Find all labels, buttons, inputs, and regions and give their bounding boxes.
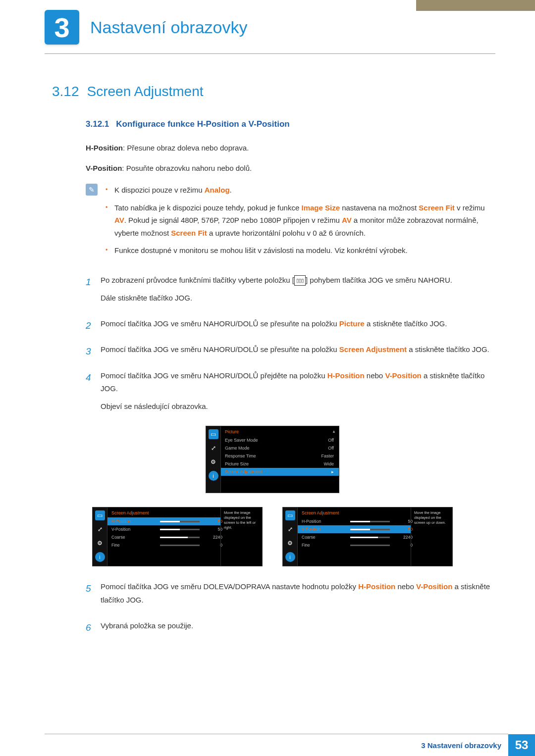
menu-icon: ▯▯▯ <box>294 275 306 286</box>
step-5: 5 Pomocí tlačítka JOG ve směru DOLEVA/DO… <box>86 580 493 611</box>
note-item: Tato nabídka je k dispozici pouze tehdy,… <box>106 202 493 240</box>
osd-screenadj-v: ▭ ⤢ ⚙ i Screen Adjustment H-Position50 V… <box>282 507 453 566</box>
step-number: 6 <box>86 619 101 637</box>
top-accent-bar <box>416 0 535 11</box>
osd-tooltip: Move the image displayed on the screen u… <box>411 507 452 566</box>
monitor-icon: ▭ <box>209 429 218 439</box>
osd-title: Screen Adjustment <box>107 509 220 517</box>
step-3: 3 Pomocí tlačítka JOG ve směru NAHORU/DO… <box>86 343 493 361</box>
osd-item-selected: V-Position50 <box>298 525 411 533</box>
resize-icon: ⤢ <box>285 524 295 534</box>
osd-item: Coarse2240 <box>298 533 411 541</box>
resize-icon: ⤢ <box>209 443 218 453</box>
step-number: 1 <box>86 274 101 310</box>
osd-screenadj-h: ▭ ⤢ ⚙ i Screen Adjustment H-Position50 V… <box>92 507 263 566</box>
note-icon: ✎ <box>86 184 98 196</box>
slider <box>350 545 390 546</box>
osd-side-nav: ▭ ⤢ ⚙ i <box>283 507 298 566</box>
gear-icon: ⚙ <box>285 538 295 548</box>
step-number: 3 <box>86 343 101 361</box>
slider <box>350 521 390 522</box>
section-heading: 3.12Screen Adjustment <box>52 84 493 100</box>
osd-adjustment-row: ▭ ⤢ ⚙ i Screen Adjustment H-Position50 V… <box>52 507 493 566</box>
slider <box>160 529 200 530</box>
vposition-term: V-Position <box>86 164 122 172</box>
chevron-right-icon: ▸ <box>331 469 334 474</box>
slider <box>350 529 390 530</box>
footer-chapter-label: 3 Nastavení obrazovky <box>414 741 508 750</box>
info-icon: i <box>209 471 218 481</box>
slider <box>160 545 200 546</box>
osd-item: V-Position50 <box>107 525 220 533</box>
osd-item: Coarse2240 <box>107 533 220 541</box>
step-number: 5 <box>86 580 101 611</box>
section-title: Screen Adjustment <box>87 84 204 99</box>
slider <box>160 521 200 522</box>
slider <box>160 537 200 538</box>
osd-side-nav: ▭ ⤢ ⚙ i <box>206 426 221 493</box>
steps-list: 1 Po zobrazení průvodce funkčními tlačít… <box>86 274 493 418</box>
osd-item: Game ModeOff <box>221 444 339 452</box>
steps-list-cont: 5 Pomocí tlačítka JOG ve směru DOLEVA/DO… <box>86 580 493 637</box>
osd-item: Response TimeFaster <box>221 452 339 460</box>
osd-item: Fine0 <box>298 541 411 549</box>
note-content: K dispozici pouze v režimu Analog. Tato … <box>106 184 493 262</box>
hposition-desc: H-Position: Přesune obraz doleva nebo do… <box>86 141 493 154</box>
osd-picture-row: ▭ ⤢ ⚙ i Picture▲ Eye Saver ModeOff Game … <box>52 426 493 493</box>
osd-item: H-Position50 <box>298 517 411 525</box>
osd-title: Screen Adjustment <box>298 509 411 517</box>
info-icon: i <box>285 552 295 562</box>
chapter-title: Nastavení obrazovky <box>90 18 248 37</box>
step-2: 2 Pomocí tlačítka JOG ve směru NAHORU/DO… <box>86 317 493 335</box>
info-icon: i <box>95 552 105 562</box>
monitor-icon: ▭ <box>285 510 295 520</box>
osd-item-selected: H-Position50 <box>107 517 220 525</box>
osd-picture-menu: ▭ ⤢ ⚙ i Picture▲ Eye Saver ModeOff Game … <box>206 426 339 493</box>
note-item: Funkce dostupné v monitoru se mohou liši… <box>106 244 493 257</box>
page-number: 53 <box>508 734 535 756</box>
gear-icon: ⚙ <box>209 457 218 467</box>
section-number: 3.12 <box>52 84 79 99</box>
subsection-number: 3.12.1 <box>86 119 109 129</box>
osd-side-nav: ▭ ⤢ ⚙ i <box>93 507 107 566</box>
step-1: 1 Po zobrazení průvodce funkčními tlačít… <box>86 274 493 310</box>
osd-item-selected: Screen Adjustment▸ <box>221 468 339 476</box>
up-arrow-icon: ▲ <box>332 429 336 434</box>
monitor-icon: ▭ <box>95 510 105 520</box>
note-item: K dispozici pouze v režimu Analog. <box>106 184 493 197</box>
osd-item: Eye Saver ModeOff <box>221 436 339 444</box>
vposition-desc: V-Position: Posuňte obrazovku nahoru neb… <box>86 161 493 175</box>
osd-tooltip: Move the image displayed on the screen t… <box>220 507 262 566</box>
step-number: 4 <box>86 369 101 418</box>
step-4: 4 Pomocí tlačítka JOG ve směru NAHORU/DO… <box>86 369 493 418</box>
footer: 3 Nastavení obrazovky 53 <box>414 734 535 756</box>
hposition-term: H-Position <box>86 144 123 152</box>
resize-icon: ⤢ <box>95 524 105 534</box>
osd-item: Picture SizeWide <box>221 460 339 468</box>
osd-item: Fine0 <box>107 541 220 549</box>
slider <box>350 537 390 538</box>
osd-title: Picture▲ <box>221 428 339 436</box>
page-content: 3.12Screen Adjustment 3.12.1Konfigurace … <box>0 54 535 637</box>
subsection-title: Konfigurace funkce H-Position a V-Positi… <box>116 119 289 129</box>
gear-icon: ⚙ <box>95 538 105 548</box>
subsection-heading: 3.12.1Konfigurace funkce H-Position a V-… <box>86 119 493 129</box>
note-block: ✎ K dispozici pouze v režimu Analog. Tat… <box>86 184 493 262</box>
chapter-number-badge: 3 <box>45 10 79 45</box>
step-number: 2 <box>86 317 101 335</box>
step-6: 6 Vybraná položka se použije. <box>86 619 493 637</box>
